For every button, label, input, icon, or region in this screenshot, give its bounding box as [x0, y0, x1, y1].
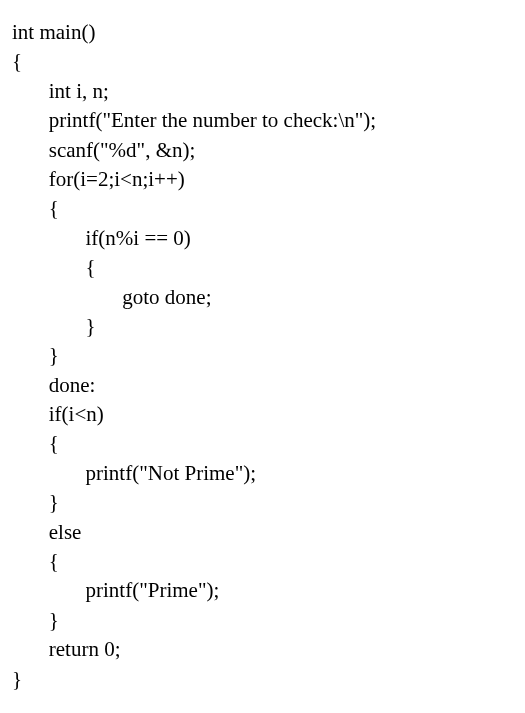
code-line: {: [12, 253, 513, 282]
code-line: {: [12, 429, 513, 458]
code-line: done:: [12, 371, 513, 400]
code-line: }: [12, 312, 513, 341]
code-line: {: [12, 547, 513, 576]
code-line: int i, n;: [12, 77, 513, 106]
code-line: return 0;: [12, 635, 513, 664]
code-line: if(n%i == 0): [12, 224, 513, 253]
code-line: {: [12, 47, 513, 76]
code-line: if(i<n): [12, 400, 513, 429]
code-line: {: [12, 194, 513, 223]
code-line: }: [12, 606, 513, 635]
code-line: printf("Prime");: [12, 576, 513, 605]
code-line: }: [12, 488, 513, 517]
code-line: int main(): [12, 18, 513, 47]
code-block: int main(){ int i, n; printf("Enter the …: [12, 18, 513, 694]
code-line: printf("Not Prime");: [12, 459, 513, 488]
code-line: }: [12, 665, 513, 694]
code-line: goto done;: [12, 283, 513, 312]
code-line: for(i=2;i<n;i++): [12, 165, 513, 194]
code-line: scanf("%d", &n);: [12, 136, 513, 165]
code-line: else: [12, 518, 513, 547]
code-line: }: [12, 341, 513, 370]
code-line: printf("Enter the number to check:\n");: [12, 106, 513, 135]
